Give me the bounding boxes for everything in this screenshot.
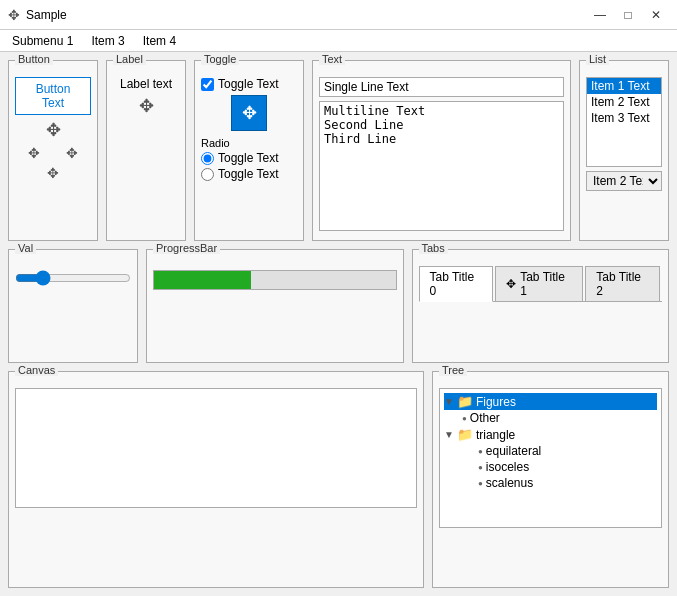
label-group: Label Label text ✥: [106, 60, 186, 241]
progressbar-group: ProgressBar: [146, 249, 404, 363]
multiline-textarea[interactable]: [319, 101, 564, 231]
tab-0-label: Tab Title 0: [430, 270, 483, 298]
dot-icon-other: ●: [462, 414, 467, 423]
toggle-group-title: Toggle: [201, 53, 239, 65]
toggle-checkbox-row: Toggle Text: [201, 77, 297, 91]
combo-select[interactable]: Item 1 Text Item 2 Text Item 3 Text: [586, 171, 662, 191]
tabs-group-title: Tabs: [419, 242, 448, 254]
label-section: Label text ✥: [113, 77, 179, 117]
toggle-icon-button[interactable]: ✥: [231, 95, 267, 131]
move-icon-4[interactable]: ✥: [47, 165, 59, 181]
tree-node-triangle[interactable]: ▼ 📁 triangle: [444, 426, 657, 443]
canvas-group: Canvas: [8, 371, 424, 588]
tab-1-icon: ✥: [506, 277, 516, 291]
toggle-move-icon: ✥: [242, 102, 257, 124]
main-button[interactable]: Button Text: [15, 77, 91, 115]
main-content: Button Button Text ✥ ✥ ✥ ✥ Label Label t…: [0, 52, 677, 596]
folder-icon-figures: 📁: [457, 394, 473, 409]
progress-bar-container: [153, 270, 397, 290]
toggle-checkbox[interactable]: [201, 78, 214, 91]
top-row: Button Button Text ✥ ✥ ✥ ✥ Label Label t…: [8, 60, 669, 241]
canvas-group-title: Canvas: [15, 364, 58, 376]
expand-icon-figures: ▼: [444, 396, 454, 407]
tab-2-label: Tab Title 2: [596, 270, 649, 298]
dot-icon-isoceles: ●: [478, 463, 483, 472]
tree-node-scalenus[interactable]: ● scalenus: [444, 475, 657, 491]
menu-bar: Submenu 1 Item 3 Item 4: [0, 30, 677, 52]
bottom-row: Val ProgressBar Tabs Tab Title 0 ✥ Tab T…: [8, 249, 669, 363]
radio-group-title: Radio: [201, 137, 297, 149]
radio-1-label: Toggle Text: [218, 151, 279, 165]
val-group-title: Val: [15, 242, 36, 254]
label-group-title: Label: [113, 53, 146, 65]
progressbar-group-title: ProgressBar: [153, 242, 220, 254]
progress-bar-fill: [154, 271, 251, 289]
label-move-icon[interactable]: ✥: [139, 95, 154, 117]
app-icon: ✥: [8, 7, 20, 23]
tab-0[interactable]: Tab Title 0: [419, 266, 494, 302]
tree-node-isoceles[interactable]: ● isoceles: [444, 459, 657, 475]
maximize-button[interactable]: □: [615, 5, 641, 25]
tree-group: Tree ▼ 📁 Figures ● Other ▼ 📁 triangle: [432, 371, 669, 588]
folder-icon-triangle: 📁: [457, 427, 473, 442]
toggle-checkbox-label: Toggle Text: [218, 77, 279, 91]
tab-1[interactable]: ✥ Tab Title 1: [495, 266, 583, 301]
radio-row-2: Toggle Text: [201, 167, 297, 181]
title-bar: ✥ Sample — □ ✕: [0, 0, 677, 30]
button-group: Button Button Text ✥ ✥ ✥ ✥: [8, 60, 98, 241]
tree-label-triangle: triangle: [476, 428, 515, 442]
val-group: Val: [8, 249, 138, 363]
text-group-title: Text: [319, 53, 345, 65]
toggle-group: Toggle Toggle Text ✥ Radio Toggle Text T…: [194, 60, 304, 241]
title-bar-title: Sample: [26, 8, 67, 22]
menu-item-item3[interactable]: Item 3: [83, 32, 132, 50]
radio-2[interactable]: [201, 168, 214, 181]
single-line-input[interactable]: [319, 77, 564, 97]
menu-item-submenu1[interactable]: Submenu 1: [4, 32, 81, 50]
dot-icon-equilateral: ●: [478, 447, 483, 456]
tree-label-equilateral: equilateral: [486, 444, 541, 458]
move-icon-1[interactable]: ✥: [46, 119, 61, 141]
label-text: Label text: [120, 77, 172, 91]
list-item-0[interactable]: Item 1 Text: [587, 78, 661, 94]
menu-item-item4[interactable]: Item 4: [135, 32, 184, 50]
minimize-button[interactable]: —: [587, 5, 613, 25]
tabs-bar: Tab Title 0 ✥ Tab Title 1 Tab Title 2: [419, 266, 663, 302]
radio-section: Radio Toggle Text Toggle Text: [201, 137, 297, 181]
tree-node-figures[interactable]: ▼ 📁 Figures: [444, 393, 657, 410]
canvas-inner[interactable]: [15, 388, 417, 508]
dot-icon-scalenus: ●: [478, 479, 483, 488]
tab-2[interactable]: Tab Title 2: [585, 266, 660, 301]
move-icon-2[interactable]: ✥: [28, 145, 40, 161]
button-group-title: Button: [15, 53, 53, 65]
text-group: Text: [312, 60, 571, 241]
tree-label-figures: Figures: [476, 395, 516, 409]
val-slider[interactable]: [15, 270, 131, 286]
tabs-group: Tabs Tab Title 0 ✥ Tab Title 1 Tab Title…: [412, 249, 670, 363]
expand-icon-triangle: ▼: [444, 429, 454, 440]
list-group: List Item 1 Text Item 2 Text Item 3 Text…: [579, 60, 669, 241]
tab-1-label: Tab Title 1: [520, 270, 572, 298]
title-bar-controls: — □ ✕: [587, 5, 669, 25]
close-button[interactable]: ✕: [643, 5, 669, 25]
move-icon-3[interactable]: ✥: [66, 145, 78, 161]
last-row: Canvas Tree ▼ 📁 Figures ● Other: [8, 371, 669, 588]
radio-1[interactable]: [201, 152, 214, 165]
list-item-2[interactable]: Item 3 Text: [587, 110, 661, 126]
list-box[interactable]: Item 1 Text Item 2 Text Item 3 Text: [586, 77, 662, 167]
tree-label-scalenus: scalenus: [486, 476, 533, 490]
list-group-title: List: [586, 53, 609, 65]
tree-label-isoceles: isoceles: [486, 460, 529, 474]
title-bar-left: ✥ Sample: [8, 7, 67, 23]
list-item-1[interactable]: Item 2 Text: [587, 94, 661, 110]
tree-node-equilateral[interactable]: ● equilateral: [444, 443, 657, 459]
tree-inner: ▼ 📁 Figures ● Other ▼ 📁 triangle ●: [439, 388, 662, 528]
tree-node-other[interactable]: ● Other: [444, 410, 657, 426]
tree-label-other: Other: [470, 411, 500, 425]
slider-container: [15, 266, 131, 293]
radio-2-label: Toggle Text: [218, 167, 279, 181]
tab-content: [419, 306, 663, 356]
tree-group-title: Tree: [439, 364, 467, 376]
radio-row-1: Toggle Text: [201, 151, 297, 165]
